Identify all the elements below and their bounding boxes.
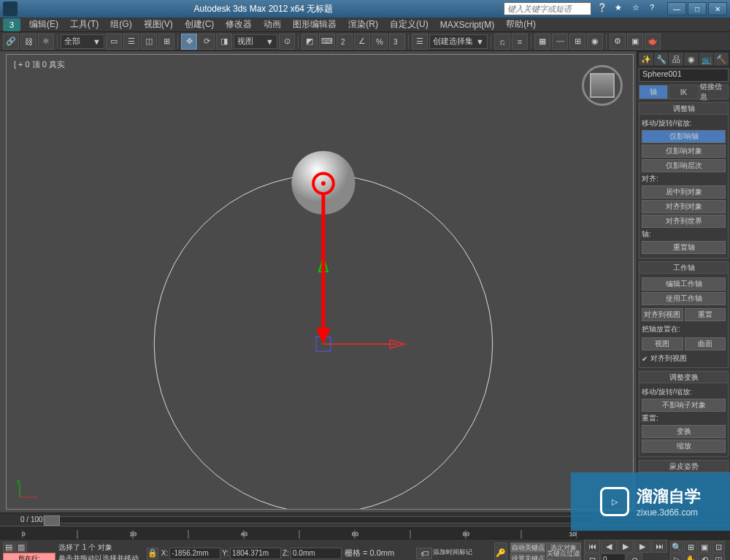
render-icon[interactable]: 🫖 <box>645 34 661 50</box>
x-coord-input[interactable] <box>169 548 220 559</box>
move-icon[interactable]: ✥ <box>181 34 197 50</box>
utilities-tab-icon[interactable]: 🔨 <box>714 53 729 66</box>
viewport[interactable]: [ + 0 顶 0 真实 <box>0 51 637 513</box>
lock-icon[interactable]: 🔒 <box>147 548 158 559</box>
named-sel-icon[interactable]: ☰ <box>412 34 428 50</box>
menu-maxscript[interactable]: MAXScript(M) <box>434 20 501 30</box>
y-coord-input[interactable] <box>230 548 281 559</box>
goto-start-icon[interactable]: ⏮ <box>584 540 600 553</box>
menu-group[interactable]: 组(G) <box>104 18 137 31</box>
affect-pivot-only-button[interactable]: 仅影响轴 <box>642 130 726 143</box>
snap-angle-icon[interactable]: ∠ <box>354 34 370 50</box>
pan-icon[interactable]: ✋ <box>684 553 697 560</box>
align-to-world-button[interactable]: 对齐到世界 <box>642 215 726 228</box>
surface-button[interactable]: 曲面 <box>685 337 726 350</box>
scale-icon[interactable]: ◨ <box>216 34 232 50</box>
align-to-object-button[interactable]: 对齐到对象 <box>642 200 726 213</box>
menu-graph-editors[interactable]: 图形编辑器 <box>287 18 342 31</box>
pivot-icon[interactable]: ⊙ <box>279 34 295 50</box>
maximize-button[interactable]: □ <box>688 2 707 15</box>
menu-tools[interactable]: 工具(T) <box>64 18 104 31</box>
prev-frame-icon[interactable]: ◀ <box>601 540 617 553</box>
rollout-title[interactable]: 调整变换 <box>639 372 728 383</box>
menu-create[interactable]: 创建(C) <box>179 18 220 31</box>
help-search-input[interactable] <box>504 2 591 15</box>
motion-tab-icon[interactable]: ◉ <box>684 53 699 66</box>
menu-modifiers[interactable]: 修改器 <box>220 18 258 31</box>
layers-icon[interactable]: ▦ <box>534 34 550 50</box>
viewport-label[interactable]: [ + 0 顶 0 真实 <box>14 59 65 70</box>
menu-help[interactable]: 帮助(H) <box>500 18 542 31</box>
viewcube[interactable] <box>582 65 623 106</box>
auto-key-button[interactable]: 自动关键点 <box>510 542 545 553</box>
key-mode-icon[interactable]: ⊙ <box>626 553 642 560</box>
hierarchy-tab-icon[interactable]: 品 <box>669 53 683 66</box>
time-slider-thumb[interactable] <box>44 515 60 526</box>
window-crossing-icon[interactable]: ⊞ <box>158 34 174 50</box>
current-frame-input[interactable] <box>601 553 626 560</box>
z-coord-input[interactable] <box>291 548 342 559</box>
selection-filter-dropdown[interactable]: 全部▼ <box>61 34 104 49</box>
menu-customize[interactable]: 自定义(U) <box>384 18 434 31</box>
favorite-icon[interactable]: ☆ <box>632 3 644 15</box>
edit-working-pivot-button[interactable]: 编辑工作轴 <box>642 277 726 291</box>
script-listener-icon[interactable]: ▤ <box>3 542 15 552</box>
align-to-view-button[interactable]: 对齐到视图 <box>642 308 683 321</box>
snap-2d-icon[interactable]: 2 <box>337 34 353 50</box>
render-setup-icon[interactable]: ⚙ <box>610 34 626 50</box>
ref-coord-dropdown[interactable]: 视图▼ <box>234 34 277 49</box>
create-tab-icon[interactable]: ✨ <box>639 53 653 66</box>
menu-view[interactable]: 视图(V) <box>138 18 179 31</box>
scale-button[interactable]: 缩放 <box>642 440 726 453</box>
render-frame-icon[interactable]: ▣ <box>627 34 643 50</box>
align-to-view-checkbox[interactable]: ✔对齐到视图 <box>642 353 726 364</box>
next-frame-icon[interactable]: ▶ <box>634 540 650 553</box>
zoom-extents-icon[interactable]: ▣ <box>698 541 711 553</box>
spinner-snap-icon[interactable]: 3 <box>389 34 405 50</box>
zoom-all-icon[interactable]: ⊞ <box>684 541 697 553</box>
info-icon[interactable]: ★ <box>615 3 626 15</box>
max-logo-icon[interactable]: 3 <box>3 18 20 31</box>
menu-edit[interactable]: 编辑(E) <box>23 18 64 31</box>
close-button[interactable]: ✕ <box>708 2 727 15</box>
affect-hierarchy-only-button[interactable]: 仅影响层次 <box>642 159 726 172</box>
link-info-tab[interactable]: 链接信息 <box>699 85 729 99</box>
script-line-button[interactable]: 所在行: <box>3 553 55 560</box>
rotate-icon[interactable]: ⟳ <box>199 34 215 50</box>
snap-percent-icon[interactable]: % <box>372 34 388 50</box>
rollout-title[interactable]: 工作轴 <box>639 262 728 274</box>
reset-button[interactable]: 重置 <box>685 308 726 321</box>
menu-animation[interactable]: 动画 <box>258 18 287 31</box>
use-working-pivot-button[interactable]: 使用工作轴 <box>642 292 726 305</box>
play-icon[interactable]: ▶ <box>618 540 634 553</box>
modify-tab-icon[interactable]: 🔧 <box>654 53 669 66</box>
pivot-tab[interactable]: 轴 <box>639 85 668 99</box>
rollout-title[interactable]: 蒙皮姿势 <box>639 461 728 472</box>
manipulate-icon[interactable]: ◩ <box>301 34 318 50</box>
minimize-button[interactable]: — <box>667 2 686 15</box>
object-name-field[interactable]: Sphere001 <box>639 69 729 82</box>
reset-pivot-button[interactable]: 重置轴 <box>642 241 726 254</box>
time-slider-track[interactable] <box>43 516 598 523</box>
curve-editor-icon[interactable]: 〰 <box>552 34 568 50</box>
keyboard-icon[interactable]: ⌨ <box>319 34 335 50</box>
max-toggle-icon[interactable]: ◫ <box>712 553 725 560</box>
select-icon[interactable]: ▭ <box>106 34 122 50</box>
menu-rendering[interactable]: 渲染(R) <box>342 18 384 31</box>
unlink-icon[interactable]: ⛓ <box>20 34 36 50</box>
dont-affect-children-button[interactable]: 不影响子对象 <box>642 399 726 412</box>
key-filters-button[interactable]: 关键点过滤器 <box>546 553 581 560</box>
ik-tab[interactable]: IK <box>669 85 698 99</box>
mirror-icon[interactable]: ⎌ <box>494 34 510 50</box>
zoom-extents-all-icon[interactable]: ⊡ <box>712 541 725 553</box>
display-tab-icon[interactable]: 📺 <box>699 53 714 66</box>
orbit-icon[interactable]: ⟲ <box>698 553 711 560</box>
rollout-title[interactable]: 调整轴 <box>639 103 728 115</box>
viewport-canvas[interactable]: [ + 0 顶 0 真实 <box>6 54 634 510</box>
center-to-object-button[interactable]: 居中到对象 <box>642 185 726 199</box>
link-icon[interactable]: 🔗 <box>3 34 19 50</box>
material-icon[interactable]: ◉ <box>587 34 603 50</box>
bind-icon[interactable]: ⚛ <box>38 34 54 50</box>
align-icon[interactable]: ≡ <box>512 34 528 50</box>
time-config-icon[interactable]: ⊡ <box>584 553 600 560</box>
